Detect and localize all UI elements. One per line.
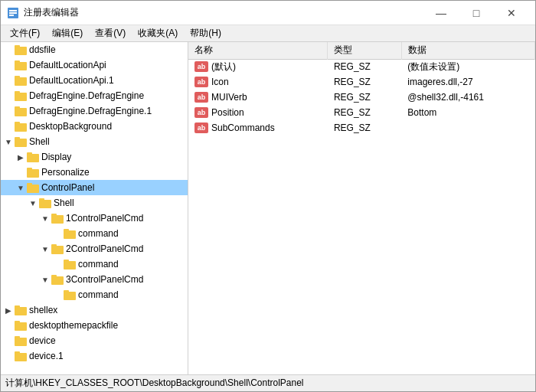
folder-icon	[27, 167, 39, 178]
folder-icon	[15, 121, 27, 132]
tree-item-display[interactable]: ▶ Display	[1, 149, 188, 165]
tree-item-1controlpanelcmd[interactable]: ▼ 1ControlPanelCmd	[1, 211, 188, 226]
tree-label: 3ControlPanelCmd	[66, 274, 143, 285]
folder-icon	[51, 213, 64, 224]
tree-item-defaultlocationapi[interactable]: ▶ DefaultLocationApi	[1, 57, 188, 73]
collapse-icon[interactable]: ▼	[39, 212, 51, 224]
row-data: (数值未设置)	[401, 59, 534, 74]
collapse-icon[interactable]: ▼	[39, 273, 51, 286]
ab-icon: ab	[194, 107, 208, 118]
tree-label: Personalize	[41, 167, 90, 178]
row-name: abMUIVerb	[188, 90, 328, 105]
main-content: ▶ ddsfile ▶ DefaultLocationApi ▶ Default…	[1, 42, 535, 374]
svg-rect-2	[9, 12, 17, 14]
table-row[interactable]: ab(默认) REG_SZ (数值未设置)	[188, 59, 535, 74]
folder-icon	[64, 259, 76, 270]
tree-item-2controlpanelcmd[interactable]: ▼ 2ControlPanelCmd	[1, 241, 188, 256]
status-bar: 计算机\HKEY_CLASSES_ROOT\DesktopBackground\…	[1, 374, 535, 391]
folder-icon	[27, 182, 39, 193]
close-button[interactable]: ✕	[494, 1, 529, 25]
ab-icon: ab	[194, 77, 208, 87]
tree-label: device	[29, 335, 56, 346]
registry-table: 名称 类型 数据 ab(默认) REG_SZ (数值未设置)	[188, 42, 535, 136]
tree-label: Shell	[54, 198, 74, 208]
row-type: REG_SZ	[328, 120, 401, 136]
folder-icon	[15, 335, 27, 346]
collapse-icon[interactable]: ▼	[39, 243, 51, 255]
maximize-button[interactable]: □	[459, 1, 494, 25]
folder-icon	[51, 274, 64, 285]
folder-icon	[64, 289, 76, 300]
tree-item-shellex[interactable]: ▶ shellex	[1, 302, 188, 318]
folder-icon	[27, 152, 39, 162]
row-data: imageres.dll,-27	[401, 74, 534, 90]
window-controls: — □ ✕	[423, 1, 529, 25]
tree-item-defragengine1[interactable]: ▶ DefragEngine.DefragEngine.1	[1, 103, 188, 119]
tree-label: command	[78, 259, 119, 270]
folder-icon	[15, 60, 27, 70]
folder-icon	[15, 351, 27, 361]
minimize-button[interactable]: —	[423, 1, 459, 25]
registry-tree[interactable]: ▶ ddsfile ▶ DefaultLocationApi ▶ Default…	[1, 42, 188, 374]
collapse-icon[interactable]: ▼	[27, 197, 39, 209]
menu-help[interactable]: 帮助(H)	[184, 25, 227, 41]
menu-edit[interactable]: 编辑(E)	[46, 25, 89, 41]
ab-icon: ab	[194, 122, 208, 133]
menu-view[interactable]: 查看(V)	[89, 25, 132, 41]
folder-icon	[15, 320, 27, 331]
folder-icon	[15, 90, 27, 101]
menu-favorites[interactable]: 收藏夹(A)	[132, 25, 184, 41]
tree-item-command2[interactable]: ▶ command	[1, 256, 188, 272]
tree-item-defragengine[interactable]: ▶ DefragEngine.DefragEngine	[1, 88, 188, 103]
table-row[interactable]: abPosition REG_SZ Bottom	[188, 105, 535, 120]
collapse-icon[interactable]: ▼	[15, 181, 27, 194]
tree-label: DesktopBackground	[29, 121, 112, 132]
svg-rect-1	[9, 10, 17, 11]
folder-icon	[15, 106, 27, 116]
tree-label: 1ControlPanelCmd	[66, 213, 143, 224]
row-type: REG_SZ	[328, 59, 401, 74]
tree-item-desktopbackground[interactable]: ▶ DesktopBackground	[1, 119, 188, 134]
title-bar: 注册表编辑器 — □ ✕	[1, 1, 535, 25]
tree-label: command	[78, 289, 119, 300]
row-name: abSubCommands	[188, 120, 328, 136]
folder-icon	[39, 198, 51, 208]
menu-file[interactable]: 文件(F)	[4, 25, 46, 41]
row-name: abPosition	[188, 105, 328, 120]
tree-label: 2ControlPanelCmd	[66, 243, 143, 254]
tree-item-device[interactable]: ▶ device	[1, 333, 188, 348]
row-type: REG_SZ	[328, 74, 401, 90]
tree-item-desktopthemepackfile[interactable]: ▶ desktopthemepackfile	[1, 318, 188, 333]
tree-label: device.1	[29, 351, 64, 361]
tree-item-shell[interactable]: ▼ Shell	[1, 134, 188, 149]
ab-icon: ab	[194, 61, 208, 72]
row-name: ab(默认)	[188, 59, 328, 74]
tree-item-command1[interactable]: ▶ command	[1, 226, 188, 241]
expand-icon[interactable]: ▶	[15, 151, 27, 163]
tree-label: desktopthemepackfile	[29, 320, 118, 331]
tree-item-shell2[interactable]: ▼ Shell	[1, 195, 188, 211]
col-header-data: 数据	[401, 42, 534, 59]
table-row[interactable]: abMUIVerb REG_SZ @shell32.dll,-4161	[188, 90, 535, 105]
status-path: 计算机\HKEY_CLASSES_ROOT\DesktopBackground\…	[5, 377, 304, 390]
folder-icon	[15, 75, 27, 86]
row-data: Bottom	[401, 105, 534, 120]
tree-label: Shell	[29, 136, 50, 147]
collapse-icon[interactable]: ▼	[2, 136, 15, 148]
expand-icon[interactable]: ▶	[2, 304, 15, 316]
tree-item-personalize[interactable]: ▶ Personalize	[1, 165, 188, 180]
tree-label: ControlPanel	[41, 182, 94, 193]
tree-item-3controlpanelcmd[interactable]: ▼ 3ControlPanelCmd	[1, 272, 188, 287]
registry-editor-window: 注册表编辑器 — □ ✕ 文件(F) 编辑(E) 查看(V) 收藏夹(A) 帮助…	[0, 0, 536, 392]
tree-item-device1[interactable]: ▶ device.1	[1, 348, 188, 364]
tree-item-defaultlocationapi1[interactable]: ▶ DefaultLocationApi.1	[1, 73, 188, 88]
tree-label: Display	[41, 152, 71, 162]
folder-icon	[15, 305, 27, 315]
tree-item-ddsfile[interactable]: ▶ ddsfile	[1, 42, 188, 57]
tree-label: DefragEngine.DefragEngine	[29, 90, 144, 101]
table-row[interactable]: abIcon REG_SZ imageres.dll,-27	[188, 74, 535, 90]
tree-item-command3[interactable]: ▶ command	[1, 287, 188, 302]
col-header-type: 类型	[328, 42, 401, 59]
table-row[interactable]: abSubCommands REG_SZ	[188, 120, 535, 136]
tree-item-controlpanel[interactable]: ▼ ControlPanel	[1, 180, 188, 195]
